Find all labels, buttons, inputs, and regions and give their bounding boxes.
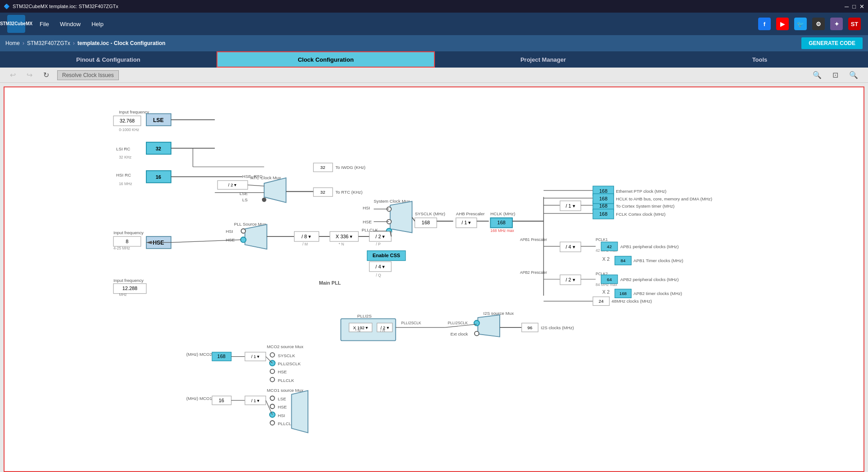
breadcrumb-chip[interactable]: STM32F407ZGTx xyxy=(27,40,70,46)
svg-text:8: 8 xyxy=(126,239,128,244)
facebook-icon[interactable]: f xyxy=(758,18,771,30)
refresh-button[interactable]: ↻ xyxy=(41,70,52,80)
svg-point-178 xyxy=(270,369,275,374)
title-bar-left: 🔷 STM32CubeMX template.ioc: STM32F407ZGT… xyxy=(4,4,118,9)
app-logo: STM32 CubeMX xyxy=(7,15,25,33)
app-icon: 🔷 xyxy=(4,4,10,9)
svg-text:32: 32 xyxy=(156,146,161,151)
svg-text:168: 168 xyxy=(497,220,506,225)
breadcrumb-page[interactable]: template.ioc - Clock Configuration xyxy=(77,40,165,46)
svg-text:To RTC (KHz): To RTC (KHz) xyxy=(335,190,362,195)
svg-text:32 KHz: 32 KHz xyxy=(119,155,131,159)
menu-file[interactable]: File xyxy=(40,21,49,27)
generate-code-button[interactable]: GENERATE CODE xyxy=(801,37,863,49)
svg-text:Input frequency: Input frequency xyxy=(113,278,144,283)
tab-clock[interactable]: Clock Configuration xyxy=(217,51,435,68)
resolve-clock-button[interactable]: Resolve Clock Issues xyxy=(57,70,119,80)
svg-text:168: 168 xyxy=(599,196,607,201)
tab-clock-label: Clock Configuration xyxy=(298,56,353,63)
tab-pinout[interactable]: Pinout & Configuration xyxy=(0,51,217,68)
redo-button[interactable]: ↪ xyxy=(24,70,35,80)
svg-text:PLLI2SCLK: PLLI2SCLK xyxy=(401,321,421,325)
svg-text:MHz: MHz xyxy=(119,292,127,297)
logo-text-line1: STM32 xyxy=(0,21,14,27)
breadcrumb-sep-2: › xyxy=(73,40,75,46)
svg-text:/ 2 ▾: / 2 ▾ xyxy=(565,277,575,282)
svg-text:APB1 Timer clocks (MHz): APB1 Timer clocks (MHz) xyxy=(633,258,683,263)
svg-marker-48 xyxy=(390,201,412,232)
diagram-inner[interactable]: Input frequency 32.768 0-1000 KHz LSE LS… xyxy=(5,87,863,471)
svg-text:4-25 MHz: 4-25 MHz xyxy=(113,246,130,250)
svg-text:HSE: HSE xyxy=(363,219,372,224)
svg-text:(MHz) MCO2: (MHz) MCO2 xyxy=(186,352,212,357)
svg-text:HSI: HSI xyxy=(363,205,370,210)
svg-point-62 xyxy=(240,237,246,242)
breadcrumb-home[interactable]: Home xyxy=(5,40,20,46)
zoom-out-button[interactable]: 🔍 xyxy=(846,70,861,80)
zoom-in-button[interactable]: 🔍 xyxy=(810,70,824,80)
star-icon[interactable]: ✦ xyxy=(830,18,843,30)
fit-button[interactable]: ⊡ xyxy=(830,70,841,80)
svg-text:84: 84 xyxy=(621,258,626,263)
svg-text:To Cortex System timer (MHz): To Cortex System timer (MHz) xyxy=(616,204,674,209)
menu-bar: STM32 CubeMX File Window Help f ▶ 🐦 ⚙ ✦ … xyxy=(0,13,868,35)
svg-text:/ 1 ▾: / 1 ▾ xyxy=(461,220,471,225)
svg-marker-164 xyxy=(478,315,500,337)
svg-text:16: 16 xyxy=(156,174,161,180)
svg-text:PLLI2S: PLLI2S xyxy=(357,313,372,318)
main-content: Input frequency 32.768 0-1000 KHz LSE LS… xyxy=(0,83,868,472)
github-icon[interactable]: ⚙ xyxy=(812,18,825,30)
st-icon[interactable]: ST xyxy=(848,18,861,30)
svg-text:24: 24 xyxy=(599,299,604,304)
svg-point-168 xyxy=(475,331,479,336)
breadcrumb-bar: Home › STM32F407ZGTx › template.ioc - Cl… xyxy=(0,35,868,51)
svg-text:/ M: / M xyxy=(303,242,308,246)
svg-marker-59 xyxy=(245,224,267,249)
svg-marker-205 xyxy=(292,390,308,433)
undo-button[interactable]: ↩ xyxy=(7,70,18,80)
svg-text:/ 2 ▾: / 2 ▾ xyxy=(228,182,237,187)
svg-text:PLLI2SCLK: PLLI2SCLK xyxy=(448,321,468,325)
tab-project[interactable]: Project Manager xyxy=(435,51,651,68)
svg-text:HCLK (MHz): HCLK (MHz) xyxy=(490,211,515,216)
svg-text:HSE: HSE xyxy=(153,240,164,246)
svg-text:X 2: X 2 xyxy=(602,289,610,295)
svg-point-196 xyxy=(270,421,275,425)
menu-help[interactable]: Help xyxy=(91,21,104,27)
svg-text:42: 42 xyxy=(607,244,612,249)
minimize-button[interactable]: ─ xyxy=(845,3,849,10)
menu-window[interactable]: Window xyxy=(60,21,81,27)
close-button[interactable]: ✕ xyxy=(859,3,864,10)
svg-text:/ 8 ▾: / 8 ▾ xyxy=(302,234,311,239)
title-bar-controls[interactable]: ─ □ ✕ xyxy=(845,3,864,10)
svg-text:PCLK1: PCLK1 xyxy=(596,237,608,242)
svg-text:32: 32 xyxy=(321,190,326,195)
svg-text:12.288: 12.288 xyxy=(122,286,137,291)
svg-text:96: 96 xyxy=(528,325,533,330)
svg-text:/ 4 ▾: / 4 ▾ xyxy=(375,264,385,269)
svg-text:* N: * N xyxy=(355,328,361,333)
svg-point-60 xyxy=(241,229,246,233)
svg-text:HCLK to AHB bus, core, memory : HCLK to AHB bus, core, memory and DMA (M… xyxy=(616,196,712,201)
youtube-icon[interactable]: ▶ xyxy=(776,18,789,30)
svg-text:APB2 Prescaler: APB2 Prescaler xyxy=(520,270,547,275)
svg-text:I2S clocks (MHz): I2S clocks (MHz) xyxy=(541,325,574,330)
svg-text:HSE: HSE xyxy=(278,404,287,409)
tab-tools[interactable]: Tools xyxy=(651,51,868,68)
twitter-icon[interactable]: 🐦 xyxy=(794,18,807,30)
svg-text:HSI: HSI xyxy=(278,413,285,418)
logo-box: STM32 CubeMX xyxy=(7,15,25,33)
breadcrumb: Home › STM32F407ZGTx › template.ioc - Cl… xyxy=(5,40,165,46)
svg-text:HSE_RTC: HSE_RTC xyxy=(242,174,262,179)
svg-text:LSI RC: LSI RC xyxy=(116,146,130,151)
svg-text:APB2 peripheral clocks (MHz): APB2 peripheral clocks (MHz) xyxy=(620,277,679,282)
window-title: STM32CubeMX template.ioc: STM32F407ZGTx xyxy=(13,4,118,9)
svg-text:Input frequency: Input frequency xyxy=(119,109,149,114)
svg-text:32.768: 32.768 xyxy=(120,118,135,123)
svg-text:/ 1 ▾: / 1 ▾ xyxy=(251,398,260,403)
svg-text:LSE: LSE xyxy=(153,117,164,123)
svg-text:64: 64 xyxy=(607,277,612,282)
maximize-button[interactable]: □ xyxy=(852,3,856,10)
svg-point-190 xyxy=(270,396,275,400)
logo-text-line2: CubeMX xyxy=(14,21,32,27)
